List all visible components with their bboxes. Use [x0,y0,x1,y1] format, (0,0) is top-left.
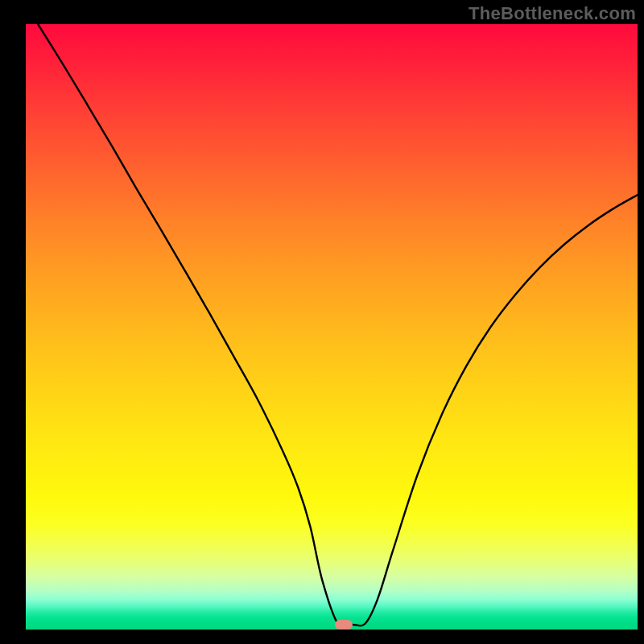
watermark-text: TheBottleneck.com [469,3,636,24]
plot-area [26,24,638,630]
chart-frame: TheBottleneck.com [0,0,644,644]
optimal-marker [335,620,353,630]
bottleneck-curve [26,24,638,630]
